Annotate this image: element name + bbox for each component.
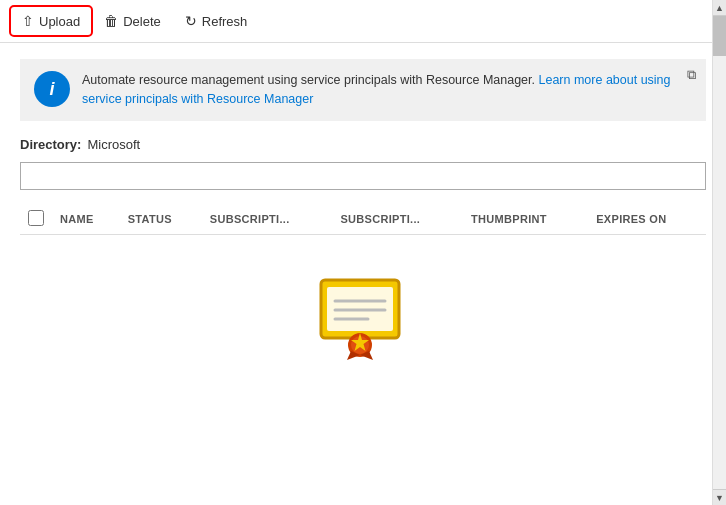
upload-icon: ⇧: [22, 13, 34, 29]
refresh-icon: ↻: [185, 13, 197, 29]
scrollbar-arrow-up[interactable]: ▲: [713, 0, 726, 16]
table-header-row: NAME STATUS SUBSCRIPTI... SUBSCRIPTI... …: [20, 204, 706, 235]
certificates-table: NAME STATUS SUBSCRIPTI... SUBSCRIPTI... …: [20, 204, 706, 235]
column-expires: EXPIRES ON: [588, 204, 706, 235]
column-name: NAME: [52, 204, 120, 235]
delete-icon: 🗑: [104, 13, 118, 29]
search-input[interactable]: [20, 162, 706, 190]
upload-label: Upload: [39, 14, 80, 29]
empty-state: [20, 235, 706, 380]
directory-value: Microsoft: [87, 137, 140, 152]
delete-label: Delete: [123, 14, 161, 29]
refresh-button[interactable]: ↻ Refresh: [175, 8, 258, 34]
column-subscription-2: SUBSCRIPTI...: [332, 204, 463, 235]
scrollbar-thumb[interactable]: [713, 16, 726, 56]
upload-button[interactable]: ⇧ Upload: [12, 8, 90, 34]
directory-row: Directory: Microsoft: [20, 137, 706, 152]
certificate-icon: [313, 275, 413, 360]
column-checkbox: [20, 204, 52, 235]
info-banner: i Automate resource management using ser…: [20, 59, 706, 121]
select-all-checkbox[interactable]: [28, 210, 44, 226]
scrollbar-arrow-down[interactable]: ▼: [713, 489, 726, 505]
main-content: i Automate resource management using ser…: [0, 43, 726, 396]
column-thumbprint: THUMBPRINT: [463, 204, 588, 235]
column-status: STATUS: [120, 204, 202, 235]
column-subscription-1: SUBSCRIPTI...: [202, 204, 333, 235]
info-main-text: Automate resource management using servi…: [82, 73, 538, 87]
toolbar: ⇧ Upload 🗑 Delete ↻ Refresh: [0, 0, 726, 43]
scrollbar[interactable]: ▲ ▼: [712, 0, 726, 505]
info-icon: i: [34, 71, 70, 107]
external-link-icon[interactable]: ⧉: [687, 67, 696, 83]
info-text: Automate resource management using servi…: [82, 71, 692, 109]
delete-button[interactable]: 🗑 Delete: [94, 8, 171, 34]
refresh-label: Refresh: [202, 14, 248, 29]
directory-label: Directory:: [20, 137, 81, 152]
